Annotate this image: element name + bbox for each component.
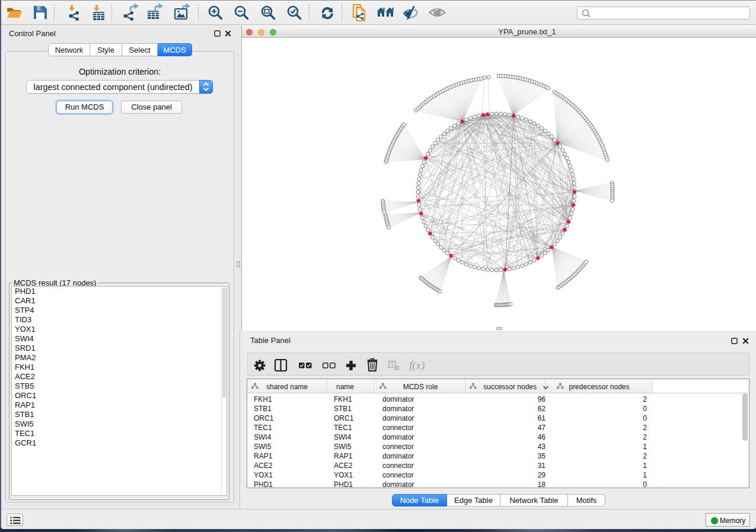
svg-text:f(x): f(x): [409, 359, 425, 372]
